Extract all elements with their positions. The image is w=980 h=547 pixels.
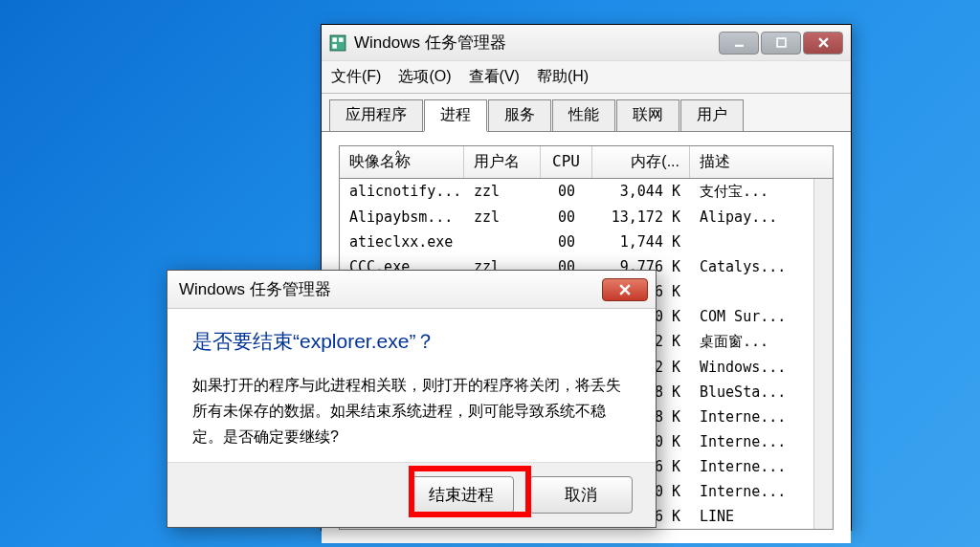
cell-desc: LINE — [690, 506, 813, 527]
end-process-button[interactable]: 结束进程 — [409, 476, 514, 514]
svg-rect-2 — [339, 37, 344, 42]
dialog-titlebar[interactable]: Windows 任务管理器 — [167, 271, 656, 309]
cell-desc — [690, 281, 813, 302]
close-icon — [619, 284, 631, 295]
cell-name: alicnotify... — [340, 181, 464, 203]
vertical-scrollbar[interactable] — [813, 179, 833, 529]
tab-processes[interactable]: 进程 — [424, 99, 487, 132]
cell-mem: 13,172 K — [592, 207, 690, 228]
table-row[interactable]: atieclxx.exe001,744 K — [340, 230, 813, 254]
cell-cpu: 00 — [541, 231, 592, 252]
svg-rect-1 — [332, 37, 337, 42]
close-button[interactable] — [803, 32, 843, 55]
svg-rect-5 — [777, 38, 786, 47]
col-header-description[interactable]: 描述 — [690, 146, 833, 178]
confirm-dialog: Windows 任务管理器 是否要结束“explorer.exe”？ 如果打开的… — [167, 270, 657, 528]
tabstrip: 应用程序 进程 服务 性能 联网 用户 — [322, 94, 851, 132]
col-header-memory[interactable]: 内存(... — [592, 146, 690, 178]
col-header-name-label: 映像名称 — [349, 153, 411, 169]
cell-user — [464, 231, 541, 252]
tab-applications[interactable]: 应用程序 — [329, 99, 423, 131]
cell-desc: Interne... — [690, 481, 813, 502]
cell-desc: 支付宝... — [690, 181, 813, 203]
cell-desc: Interne... — [690, 456, 813, 477]
maximize-button[interactable] — [761, 32, 801, 55]
cell-mem: 1,744 K — [592, 231, 690, 252]
dialog-title: Windows 任务管理器 — [179, 278, 602, 300]
menu-view[interactable]: 查看(V) — [469, 67, 520, 87]
dialog-body: 是否要结束“explorer.exe”？ 如果打开的程序与此进程相关联，则打开的… — [167, 309, 656, 462]
cell-desc — [690, 231, 813, 252]
dialog-close-button[interactable] — [602, 278, 648, 301]
dialog-message: 如果打开的程序与此进程相关联，则打开的程序将关闭，将丢失所有未保存的数据。如果结… — [192, 372, 631, 450]
app-icon — [329, 34, 346, 52]
cell-name: atieclxx.exe — [340, 231, 464, 252]
svg-rect-3 — [332, 44, 337, 49]
window-controls — [717, 32, 843, 55]
menu-options[interactable]: 选项(O) — [398, 67, 451, 87]
cell-user: zzl — [464, 181, 541, 203]
cell-desc: BlueSta... — [690, 382, 813, 403]
cell-cpu: 00 — [541, 207, 592, 228]
cell-name: Alipaybsm... — [340, 207, 464, 228]
titlebar[interactable]: Windows 任务管理器 — [322, 25, 851, 61]
col-header-name[interactable]: 映像名称 ^ — [340, 146, 464, 178]
menubar: 文件(F) 选项(O) 查看(V) 帮助(H) — [322, 61, 851, 94]
col-header-user[interactable]: 用户名 — [464, 146, 541, 178]
cell-desc: Alipay... — [690, 207, 813, 228]
col-header-cpu[interactable]: CPU — [541, 146, 592, 178]
cell-desc: Catalys... — [690, 256, 813, 277]
cell-desc: Windows... — [690, 357, 813, 378]
minimize-button[interactable] — [719, 32, 759, 55]
cell-desc: Interne... — [690, 406, 813, 427]
menu-help[interactable]: 帮助(H) — [537, 67, 589, 87]
cell-desc: COM Sur... — [690, 306, 813, 327]
menu-file[interactable]: 文件(F) — [331, 67, 381, 87]
cell-cpu: 00 — [541, 181, 592, 203]
tab-performance[interactable]: 性能 — [552, 99, 615, 131]
table-row[interactable]: alicnotify...zzl003,044 K支付宝... — [340, 179, 813, 205]
cell-desc: 桌面窗... — [690, 331, 813, 353]
cell-desc: Interne... — [690, 431, 813, 452]
dialog-footer: 结束进程 取消 — [167, 462, 656, 527]
dialog-heading: 是否要结束“explorer.exe”？ — [192, 328, 631, 355]
table-row[interactable]: Alipaybsm...zzl0013,172 KAlipay... — [340, 205, 813, 230]
table-header: 映像名称 ^ 用户名 CPU 内存(... 描述 — [340, 146, 833, 179]
cell-mem: 3,044 K — [592, 181, 690, 203]
cell-user: zzl — [464, 207, 541, 228]
sort-indicator-icon: ^ — [395, 148, 401, 162]
cancel-button[interactable]: 取消 — [529, 476, 633, 514]
window-title: Windows 任务管理器 — [354, 32, 717, 54]
tab-users[interactable]: 用户 — [680, 99, 744, 131]
tab-services[interactable]: 服务 — [488, 99, 551, 131]
tab-networking[interactable]: 联网 — [616, 99, 679, 131]
